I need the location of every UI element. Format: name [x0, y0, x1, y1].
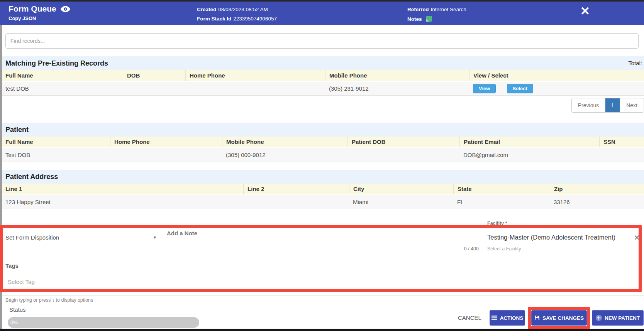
actions-button-label: ACTIONS — [500, 315, 524, 321]
left-scrollbar-strip[interactable] — [0, 25, 2, 329]
patient-table-row: Test DOB (305) 000-9012 DOB@gmail.com — [0, 147, 644, 162]
status-label: Status — [9, 306, 26, 313]
created-value: 08/03/2023 08:52 AM — [218, 7, 268, 12]
patient-section-title: Patient — [5, 123, 29, 137]
patient-table-header: Full Name Home Phone Mobile Phone Patien… — [0, 137, 644, 147]
facility-label: Facility * — [487, 221, 507, 226]
created-label: Created — [197, 7, 216, 12]
page-title-row: Form Queue — [8, 4, 71, 14]
column-header: Zip — [550, 184, 644, 194]
created-info: Created08/03/2023 08:52 AM — [197, 7, 268, 12]
eye-icon[interactable] — [60, 6, 71, 12]
pagination: Previous 1 Next — [571, 98, 644, 113]
cell-full-name: Test DOB — [5, 152, 110, 158]
notes-label: Notes — [407, 16, 422, 22]
column-header: DOB — [123, 70, 185, 81]
cell-zip: 33126 — [550, 199, 644, 205]
patient-section-band: Patient — [0, 123, 644, 137]
actions-button[interactable]: ACTIONS — [490, 310, 525, 326]
view-button[interactable]: View — [473, 84, 496, 93]
cell-full-name: test DOB — [5, 85, 123, 92]
form-stack-label: Form Stack Id — [197, 16, 231, 22]
facility-clear-icon[interactable]: ✕ — [634, 231, 640, 244]
referred-info: ReferredInternet Search — [407, 7, 466, 12]
address-section-title: Patient Address — [5, 170, 58, 184]
column-header: Full Name — [5, 70, 123, 81]
referred-value: Internet Search — [431, 7, 466, 12]
form-disposition-label: Set Form Disposition — [5, 234, 59, 241]
cell-line1: 123 Happy Street — [5, 199, 243, 205]
tags-label: Tags — [5, 262, 19, 269]
cell-state: Fl — [453, 199, 550, 205]
column-header: State — [453, 184, 550, 194]
column-header: Mobile Phone — [325, 70, 469, 81]
address-section-band: Patient Address — [0, 170, 644, 184]
cancel-button[interactable]: CANCEL — [458, 310, 481, 326]
add-note-label: Add a Note — [167, 230, 197, 236]
column-header: Patient DOB — [347, 137, 459, 147]
column-header: Line 1 — [5, 184, 243, 194]
close-icon[interactable]: ✕ — [580, 5, 590, 17]
column-header: Patient Email — [459, 137, 599, 147]
hamburger-icon — [491, 316, 497, 320]
note-char-counter: 0 / 400 — [440, 246, 479, 252]
search-section — [0, 25, 644, 56]
status-progress-bar: 0% — [8, 317, 199, 328]
matching-section-band: Matching Pre-Existing Records Total: — [0, 56, 644, 70]
column-header: City — [349, 184, 453, 194]
matching-table-row: test DOB (305) 231-9012 View Select — [0, 81, 644, 96]
column-header: View / Select — [469, 70, 644, 81]
facility-helper-text: Select a Facility — [487, 246, 521, 252]
address-table-row: 123 Happy Street Miami Fl 33126 — [0, 194, 644, 209]
matching-section-title: Matching Pre-Existing Records — [5, 56, 108, 70]
window-top-edge — [0, 0, 644, 2]
column-header: Home Phone — [185, 70, 325, 81]
form-controls-section: Set Form Disposition ▼ Add a Note 0 / 40… — [0, 209, 644, 296]
page-title: Form Queue — [8, 4, 56, 14]
form-stack-value: 223395074906057 — [233, 16, 277, 22]
matching-table-header: Full Name DOB Home Phone Mobile Phone Vi… — [0, 70, 644, 81]
new-patient-button-label: NEW PATIENT — [605, 315, 640, 321]
facility-select[interactable]: Testing-Master (Demo Adolescent Treatmen… — [487, 231, 640, 244]
cell-patient-email: DOB@gmail.com — [459, 152, 599, 158]
cell-city: Miami — [349, 199, 453, 205]
progress-percentage: 0% — [8, 317, 199, 328]
facility-value: Testing-Master (Demo Adolescent Treatmen… — [487, 234, 615, 241]
search-input[interactable] — [5, 33, 639, 49]
new-patient-button[interactable]: NEW PATIENT — [592, 310, 644, 326]
form-queue-modal: Form Queue Copy JSON Created08/03/2023 0… — [0, 0, 644, 331]
select-button[interactable]: Select — [507, 84, 533, 93]
chevron-down-icon: ▼ — [153, 231, 157, 244]
column-header: SSN — [599, 137, 644, 147]
tag-select-input[interactable]: Select Tag — [8, 279, 35, 285]
plus-circle-icon — [596, 315, 602, 321]
copy-json-link[interactable]: Copy JSON — [8, 15, 36, 21]
pagination-previous[interactable]: Previous — [572, 98, 605, 112]
column-header: Home Phone — [110, 137, 222, 147]
save-changes-button[interactable]: SAVE CHANGES — [531, 310, 587, 326]
form-disposition-select[interactable]: Set Form Disposition ▼ — [5, 231, 158, 244]
tag-helper-text: Begin typing or press ↓ to display optio… — [5, 297, 93, 303]
cell-mobile-phone: (305) 000-9012 — [222, 152, 347, 158]
window-bottom-edge — [0, 329, 644, 331]
pagination-next[interactable]: Next — [620, 98, 644, 112]
pagination-page-1[interactable]: 1 — [605, 98, 620, 112]
cell-view-select: View Select — [469, 84, 644, 93]
column-header: Mobile Phone — [222, 137, 347, 147]
cell-mobile-phone: (305) 231-9012 — [325, 85, 469, 92]
save-changes-button-label: SAVE CHANGES — [542, 315, 584, 321]
note-input[interactable] — [167, 244, 479, 244]
save-icon — [534, 315, 540, 321]
modal-header: Form Queue Copy JSON Created08/03/2023 0… — [0, 2, 644, 25]
matching-total: Total: — [628, 56, 642, 70]
notes-info: Notes — [407, 16, 432, 22]
column-header: Full Name — [5, 137, 110, 147]
column-header: Line 2 — [243, 184, 349, 194]
note-icon[interactable] — [426, 16, 432, 22]
form-stack-info: Form Stack Id223395074906057 — [197, 16, 277, 22]
referred-label: Referred — [407, 7, 429, 12]
address-table-header: Line 1 Line 2 City State Zip — [0, 184, 644, 194]
tag-input-underline — [0, 296, 644, 296]
